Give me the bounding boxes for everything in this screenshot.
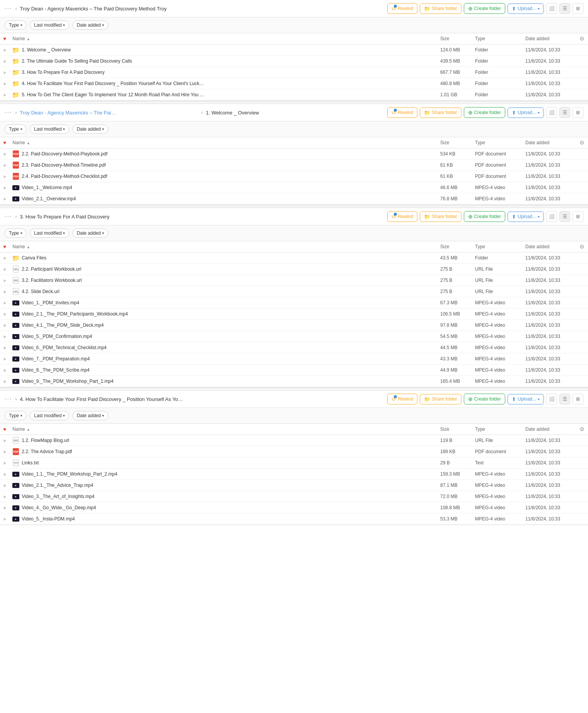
favorite-dot[interactable] [3,507,6,509]
type-header[interactable]: Type [472,241,522,252]
create-folder-btn[interactable]: ⊕ Create folder [464,394,505,404]
settings-icon[interactable]: ⚙ [579,140,585,146]
favorite-dot[interactable] [3,518,6,520]
favorite-cell[interactable] [0,513,9,525]
file-name-text[interactable]: Video_5._PDM_Confirmation.mp4 [22,334,92,339]
file-name-text[interactable]: Video_2.1._Overview.mp4 [22,196,76,201]
favorite-dot[interactable] [3,187,6,189]
favorite-dot[interactable] [3,347,6,349]
image-view-btn[interactable]: ⬜ [546,3,557,14]
favorite-cell[interactable] [0,89,9,101]
favorite-dot[interactable] [3,83,6,85]
create-folder-btn[interactable]: ⊕ Create folder [464,3,505,14]
favorite-dot[interactable] [3,324,6,327]
settings-icon[interactable]: ⚙ [579,36,585,42]
share-folder-btn[interactable]: 📁 Share folder [420,212,461,222]
favorite-cell[interactable] [0,320,9,331]
grid-view-btn[interactable]: ⊞ [573,107,583,118]
last-modified-filter-btn[interactable]: Last modified ▾ [30,411,69,420]
file-name-text[interactable]: 1.2. FlowMapp Blog.url [22,438,69,443]
type-filter-btn[interactable]: Type ▾ [5,20,27,30]
grid-view-btn[interactable]: ⊞ [573,211,583,222]
file-name-text[interactable]: 2.2. The Advice Trap.pdf [22,449,72,454]
file-name-text[interactable]: 1. Welcome _ Overview [22,47,71,53]
size-header[interactable]: Size [437,33,472,44]
favorite-dot[interactable] [3,496,6,498]
favorite-dot[interactable] [3,380,6,383]
breadcrumb-parent[interactable]: Troy Dean - Agency Mavericks – The Pai… [20,110,198,116]
file-name-text[interactable]: Video_1._PDM_Invites.mp4 [22,300,79,305]
file-name-text[interactable]: 2.2. Paid-Discovery-Method-Playbook.pdf [22,151,107,157]
type-header[interactable]: Type [472,424,522,435]
share-folder-btn[interactable]: 📁 Share folder [420,3,461,14]
date-added-filter-btn[interactable]: Date added ▾ [72,229,108,238]
favorite-dot[interactable] [3,94,6,96]
upload-btn[interactable]: ⬆ Upload... ▾ [508,3,544,14]
image-view-btn[interactable]: ⬜ [546,107,557,118]
rewind-btn[interactable]: ↺ Rewind [387,107,417,118]
favorite-dot[interactable] [3,268,6,271]
favorite-cell[interactable] [0,182,9,193]
more-options-btn[interactable]: ··· [5,213,12,220]
favorite-cell[interactable] [0,275,9,286]
file-name-text[interactable]: Canva Files [22,255,46,261]
last-modified-filter-btn[interactable]: Last modified ▾ [30,125,69,134]
list-view-btn[interactable]: ☰ [559,394,570,404]
last-modified-filter-btn[interactable]: Last modified ▾ [30,20,69,30]
favorite-cell[interactable] [0,502,9,513]
rewind-btn[interactable]: ↺ Rewind [387,211,417,222]
file-name-text[interactable]: Video_5._Insta-PDM.mp4 [22,516,75,522]
favorite-dot[interactable] [3,49,6,51]
favorite-cell[interactable] [0,44,9,56]
favorite-dot[interactable] [3,462,6,464]
favorite-dot[interactable] [3,358,6,360]
gear-header[interactable]: ⚙ [576,241,588,252]
date-added-filter-btn[interactable]: Date added ▾ [72,411,108,420]
favorite-dot[interactable] [3,60,6,63]
file-name-text[interactable]: 3.2. Facilitators Workbook.url [22,278,82,283]
favorite-dot[interactable] [3,257,6,259]
name-header[interactable]: Name ▲ [9,241,429,252]
list-view-btn[interactable]: ☰ [559,3,570,14]
favorite-dot[interactable] [3,302,6,304]
settings-icon[interactable]: ⚙ [579,426,585,432]
upload-btn[interactable]: ⬆ Upload... ▾ [508,394,544,404]
favorite-cell[interactable] [0,376,9,387]
favorite-cell[interactable] [0,491,9,502]
file-name-text[interactable]: 3. How To Prepare For A Paid Discovery [22,70,104,75]
date-header[interactable]: Date added [522,33,576,44]
file-name-text[interactable]: Video_4.1._The_PDM_Slide_Deck.mp4 [22,322,104,328]
favorite-cell[interactable] [0,331,9,342]
favorite-cell[interactable] [0,67,9,78]
gear-header[interactable]: ⚙ [576,137,588,148]
favorite-cell[interactable] [0,171,9,182]
favorite-dot[interactable] [3,280,6,282]
type-filter-btn[interactable]: Type ▾ [5,411,27,420]
grid-view-btn[interactable]: ⊞ [573,3,583,14]
favorite-dot[interactable] [3,484,6,487]
favorite-cell[interactable] [0,435,9,446]
date-added-filter-btn[interactable]: Date added ▾ [72,20,108,30]
create-folder-btn[interactable]: ⊕ Create folder [464,107,505,118]
file-name-text[interactable]: Video_8._The_PDM_Scribe.mp4 [22,367,89,373]
file-name-text[interactable]: 5. How To Get The Client Eager To Implem… [22,92,204,97]
gear-header[interactable]: ⚙ [576,33,588,44]
file-name-text[interactable]: 2.2. Participant Workbook.url [22,266,81,272]
favorite-cell[interactable] [0,264,9,275]
type-filter-btn[interactable]: Type ▾ [5,229,27,238]
grid-view-btn[interactable]: ⊞ [573,394,583,404]
favorite-cell[interactable] [0,160,9,171]
file-name-text[interactable]: Video_9._The_PDM_Workshop_Part_1.mp4 [22,379,113,384]
date-header[interactable]: Date added [522,137,576,148]
favorite-cell[interactable] [0,286,9,297]
file-name-text[interactable]: Video_3._The_Art_of_Insights.mp4 [22,494,94,499]
type-header[interactable]: Type [472,137,522,148]
file-name-text[interactable]: 2.4. Paid-Discovery-Method-Checklist.pdf [22,174,107,179]
favorite-cell[interactable] [0,353,9,365]
rewind-btn[interactable]: ↺ Rewind [387,3,417,14]
favorite-dot[interactable] [3,291,6,293]
favorite-cell[interactable] [0,365,9,376]
file-name-text[interactable]: 2.3. Paid-Discovery-Method-Timeline.pdf [22,162,106,168]
list-view-btn[interactable]: ☰ [559,211,570,222]
favorite-cell[interactable] [0,252,9,264]
